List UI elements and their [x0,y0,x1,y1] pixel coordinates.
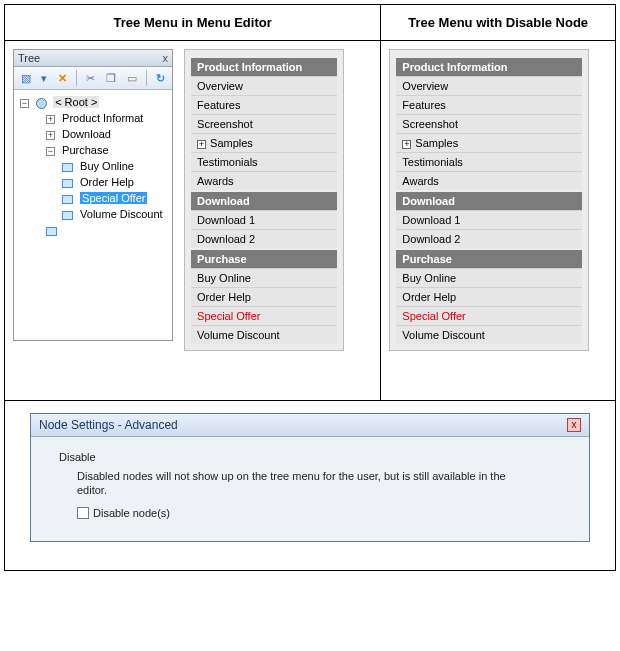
tree-node-purchase[interactable]: − Purchase [18,142,168,158]
disable-checkbox-row[interactable]: Disable node(s) [77,507,569,519]
menu-header-download[interactable]: Download [396,192,582,210]
collapse-icon[interactable]: − [46,147,55,156]
menu-item-order-help[interactable]: Order Help [191,287,337,306]
tree-node-download[interactable]: + Download [18,126,168,142]
toolbar-divider [146,70,147,86]
menu-item-special-offer[interactable]: Special Offer [191,306,337,325]
expand-icon[interactable]: + [402,140,411,149]
tree-root[interactable]: − < Root > [18,94,168,110]
dialog-body: Disable Disabled nodes will not show up … [31,437,589,541]
section-label-disable: Disable [59,451,569,463]
tree-node-special-offer[interactable]: Special Offer [18,190,168,206]
menu-item-download2[interactable]: Download 2 [396,229,582,248]
expand-icon[interactable]: + [46,131,55,140]
menu-item-label: Samples [210,137,253,149]
tree-node-volume-discount[interactable]: Volume Discount [18,206,168,222]
new-node-button[interactable]: ▧ [18,70,33,86]
page-icon [62,195,73,204]
copy-button[interactable]: ❐ [104,70,119,86]
tree-node-empty[interactable] [18,222,168,238]
close-icon[interactable]: x [163,52,169,64]
delete-button[interactable]: ✕ [55,70,70,86]
menu-item-buy-online[interactable]: Buy Online [396,268,582,287]
node-settings-dialog: Node Settings - Advanced x Disable Disab… [30,413,590,542]
node-label: Download [62,128,111,140]
node-label: Buy Online [80,160,134,172]
toolbar-divider [76,70,77,86]
menu-header-product-info[interactable]: Product Information [191,58,337,76]
menu-item-features[interactable]: Features [396,95,582,114]
menu-item-download1[interactable]: Download 1 [396,210,582,229]
close-icon[interactable]: x [567,418,581,432]
menu-item-special-offer[interactable]: Special Offer [396,306,582,325]
collapse-icon[interactable]: − [20,99,29,108]
node-label: Volume Discount [80,208,163,220]
paste-button[interactable]: ▭ [125,70,140,86]
tree-toolbar: ▧ ▾ ✕ ✂ ❐ ▭ ↻ [14,67,172,90]
menu-item-download2[interactable]: Download 2 [191,229,337,248]
menu-item-label: Samples [415,137,458,149]
menu-item-awards[interactable]: Awards [396,171,582,190]
node-label: Order Help [80,176,134,188]
menu-item-overview[interactable]: Overview [396,76,582,95]
tree-title: Tree [18,52,40,64]
menu-item-screenshot[interactable]: Screenshot [396,114,582,133]
menu-item-testimonials[interactable]: Testimonials [191,152,337,171]
node-label: Purchase [62,144,108,156]
page-icon [62,163,73,172]
menu-item-features[interactable]: Features [191,95,337,114]
menu-header-purchase[interactable]: Purchase [191,250,337,268]
menu-item-order-help[interactable]: Order Help [396,287,582,306]
menu-item-download1[interactable]: Download 1 [191,210,337,229]
root-label: < Root > [53,96,99,108]
dialog-title: Node Settings - Advanced [39,418,178,432]
menu-header-product-info[interactable]: Product Information [396,58,582,76]
tree-panel: Tree x ▧ ▾ ✕ ✂ ❐ ▭ ↻ − < Root > [13,49,173,341]
disable-description: Disabled nodes will not show up on the t… [77,469,517,497]
tree-node-buy-online[interactable]: Buy Online [18,158,168,174]
menu-item-awards[interactable]: Awards [191,171,337,190]
tree-body: − < Root > + Product Informat + Download… [14,90,172,340]
tree-node-order-help[interactable]: Order Help [18,174,168,190]
cell-dialog: Node Settings - Advanced x Disable Disab… [5,401,616,571]
cell-rendered-right: Product Information Overview Features Sc… [381,41,616,401]
menu-item-screenshot[interactable]: Screenshot [191,114,337,133]
node-label-selected: Special Offer [80,192,147,204]
column-header-right: Tree Menu with Disable Node [381,5,616,41]
checkbox-label: Disable node(s) [93,507,170,519]
expand-icon[interactable]: + [197,140,206,149]
tree-titlebar: Tree x [14,50,172,67]
globe-icon [36,98,47,109]
rendered-menu-right: Product Information Overview Features Sc… [389,49,589,351]
page-icon [62,179,73,188]
menu-item-buy-online[interactable]: Buy Online [191,268,337,287]
rendered-menu-left: Product Information Overview Features Sc… [184,49,344,351]
column-header-left: Tree Menu in Menu Editor [5,5,381,41]
cell-editor: Tree x ▧ ▾ ✕ ✂ ❐ ▭ ↻ − < Root > [5,41,381,401]
expand-icon[interactable]: + [46,115,55,124]
cut-button[interactable]: ✂ [83,70,98,86]
menu-header-purchase[interactable]: Purchase [396,250,582,268]
node-label: Product Informat [62,112,143,124]
checkbox-icon[interactable] [77,507,89,519]
page-icon [46,227,57,236]
tree-node-product-info[interactable]: + Product Informat [18,110,168,126]
menu-item-samples[interactable]: +Samples [191,133,337,152]
dialog-titlebar: Node Settings - Advanced x [31,414,589,437]
menu-item-testimonials[interactable]: Testimonials [396,152,582,171]
dropdown-icon[interactable]: ▾ [39,70,48,86]
page-icon [62,211,73,220]
menu-item-overview[interactable]: Overview [191,76,337,95]
menu-item-samples[interactable]: +Samples [396,133,582,152]
menu-item-volume-discount[interactable]: Volume Discount [191,325,337,344]
menu-item-volume-discount[interactable]: Volume Discount [396,325,582,344]
refresh-button[interactable]: ↻ [153,70,168,86]
menu-header-download[interactable]: Download [191,192,337,210]
